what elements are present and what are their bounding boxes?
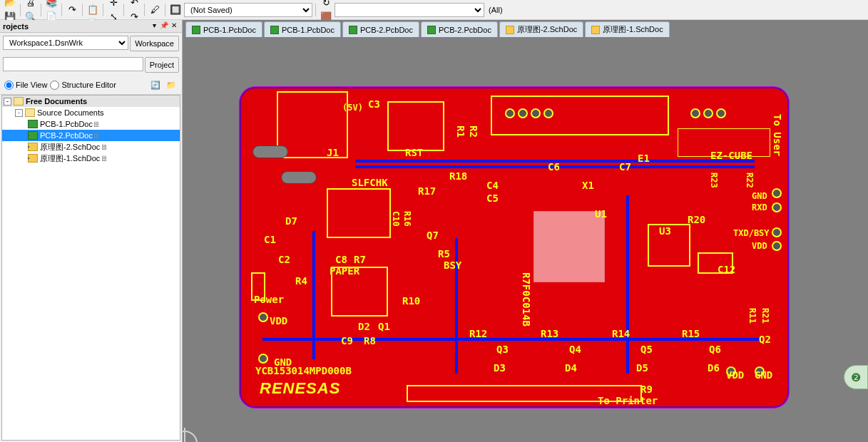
document-tab[interactable]: PCB-1.PcbDoc — [185, 21, 262, 37]
document-tab[interactable]: PCB-2.PcbDoc — [421, 21, 498, 37]
toolbar-button[interactable]: ↻ — [319, 0, 333, 10]
sch-icon — [506, 26, 514, 34]
designator: C8 — [335, 254, 347, 265]
designator: R2 — [468, 125, 479, 138]
toolbar-button[interactable]: 🔲 — [168, 3, 183, 17]
designator: R7F0C014B — [521, 272, 532, 327]
designator: X1 — [582, 180, 594, 191]
tree-group[interactable]: - Source Documents — [2, 107, 180, 118]
pcb-doc-icon — [28, 131, 38, 140]
designator: D6 — [708, 362, 720, 374]
pcb-doc-icon — [28, 120, 38, 128]
workspace-combo[interactable]: Workspace1.DsnWrk — [3, 36, 128, 50]
tree-item[interactable]: PCB-1.PcbDoc🗎 — [2, 118, 180, 130]
designator: TXD/BSY — [733, 228, 770, 238]
designator: R4 — [295, 275, 307, 287]
designator: BSY — [444, 259, 461, 271]
designator: R23 — [709, 173, 719, 188]
designator: R16 — [402, 211, 412, 227]
folder-icon — [25, 108, 35, 117]
editor-area: PCB-1.PcbDocPCB-1.PcbDocPCB-2.PcbDocPCB-… — [183, 20, 868, 442]
designator: C3 — [368, 98, 380, 110]
sheet-icon: 🗎 — [100, 141, 108, 153]
tree-item[interactable]: PCB-2.PcbDoc🗎 — [2, 130, 180, 141]
panel-pin-icon[interactable]: 📌 — [159, 21, 169, 31]
toolbar-button[interactable]: ✛ — [106, 0, 121, 10]
pcb-icon — [349, 26, 357, 34]
toolbar-button[interactable]: 🖨 — [24, 0, 38, 10]
panel-title: rojects — [3, 22, 149, 31]
toolbar-button[interactable]: ↶ — [127, 0, 141, 10]
toolbar-button[interactable]: ✂ — [86, 0, 100, 3]
pcb-canvas[interactable]: RENESAS YCB153014MPD000B (5V)J1C3RSTR1R2… — [183, 37, 868, 442]
file-view-radio[interactable]: File View — [4, 81, 47, 90]
designator: GND — [752, 191, 767, 201]
document-tab[interactable]: PCB-2.PcbDoc — [342, 21, 419, 37]
help-bubble-icon[interactable]: ❷ — [844, 365, 868, 389]
pcb3-icon — [427, 26, 436, 34]
designator: D3 — [494, 362, 506, 374]
structure-editor-radio[interactable]: Structure Editor — [50, 81, 116, 90]
main-toolbar: 📄📂💾⎘ 🖨🔍 📚📄 ⎌↷▦ ✂📋📄 ⬚✛⤡⟲ ↶↷ 🖊 🔲 (Not Save… — [0, 0, 868, 20]
settings-icon[interactable]: 📁 — [165, 78, 178, 91]
designator: D5 — [636, 362, 648, 374]
designator: R22 — [745, 173, 755, 188]
designator: D4 — [565, 362, 577, 374]
renesas-logo: RENESAS — [260, 379, 340, 398]
designator: C2 — [278, 254, 290, 265]
sheet-icon: 🗎 — [100, 153, 108, 164]
project-input[interactable] — [3, 57, 143, 71]
designator: SLFCHK — [352, 177, 388, 188]
document-tab[interactable]: PCB-1.PcbDoc — [264, 21, 341, 37]
toolbar-button[interactable]: 📂 — [3, 0, 17, 10]
tree-item[interactable]: 原理图-1.SchDoc🗎 — [2, 153, 180, 164]
tree-item[interactable]: 原理图-2.SchDoc🗎 — [2, 141, 180, 153]
refresh-icon[interactable]: 🔄 — [149, 78, 162, 91]
panel-menu-icon[interactable]: ▾ — [149, 21, 159, 31]
designator: C4 — [486, 180, 499, 191]
designator: R18 — [449, 170, 467, 182]
designator: To User — [772, 114, 783, 156]
board-id: YCB153014MPD000B — [255, 365, 352, 376]
designator: C9 — [341, 335, 353, 346]
projects-panel: rojects ▾ 📌 ✕ Workspace1.DsnWrk Workspac… — [0, 20, 183, 442]
filter-label: (All) — [486, 6, 506, 14]
saved-combo[interactable]: (Not Saved) — [184, 3, 312, 17]
origin-marker — [183, 431, 198, 442]
document-tab[interactable]: 原理图-2.SchDoc — [499, 21, 583, 37]
sch-doc-icon — [28, 143, 38, 151]
panel-close-icon[interactable]: ✕ — [169, 21, 179, 31]
toolbar-button[interactable]: 📚 — [44, 0, 58, 10]
designator: R5 — [438, 248, 450, 259]
document-tabs: PCB-1.PcbDocPCB-1.PcbDocPCB-2.PcbDocPCB-… — [183, 20, 868, 37]
project-tree[interactable]: - Free Documents - Source Documents PCB-… — [1, 95, 180, 441]
pcb3-icon — [270, 26, 279, 34]
designator: Q1 — [378, 321, 390, 332]
designator: D2 — [358, 321, 370, 332]
designator: Q6 — [709, 344, 721, 355]
sch-doc-icon — [28, 154, 38, 163]
document-tab[interactable]: 原理图-1.SchDoc — [585, 21, 669, 37]
toolbar-button[interactable]: 🖊 — [148, 3, 162, 17]
tree-root[interactable]: - Free Documents — [2, 96, 180, 107]
designator: Q7 — [427, 230, 439, 241]
designator: R10 — [402, 295, 420, 307]
designator: C5 — [486, 192, 499, 204]
designator: GND — [274, 356, 292, 368]
pcb-icon — [192, 26, 200, 34]
toolbar-button[interactable]: 📋 — [86, 3, 100, 17]
project-button[interactable]: Project — [145, 57, 179, 73]
designator: R17 — [418, 185, 436, 197]
pcb-board[interactable]: RENESAS YCB153014MPD000B (5V)J1C3RSTR1R2… — [240, 87, 789, 408]
designator: C1 — [264, 234, 276, 245]
designator: Q5 — [640, 344, 653, 355]
designator: R9 — [640, 384, 653, 395]
toolbar-button[interactable]: ⎌ — [65, 0, 79, 3]
designator: R8 — [364, 335, 376, 346]
designator: D7 — [285, 215, 297, 227]
layer-combo[interactable] — [335, 3, 484, 17]
designator: Q3 — [496, 344, 509, 355]
sheet-icon: 🗎 — [93, 130, 101, 141]
toolbar-button[interactable]: ↷ — [65, 3, 79, 17]
workspace-button[interactable]: Workspace — [130, 36, 179, 51]
